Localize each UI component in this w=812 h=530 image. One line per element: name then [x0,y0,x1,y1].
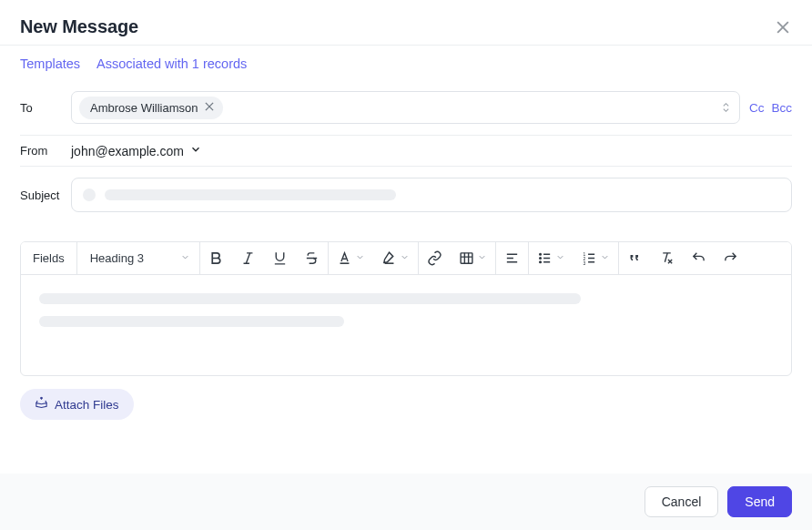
from-label: From [20,144,71,158]
strikethrough-icon[interactable] [296,242,328,274]
editor-body[interactable] [21,275,791,375]
modal-title: New Message [20,16,138,37]
skeleton-line [39,293,581,304]
cancel-button[interactable]: Cancel [645,486,719,517]
attach-icon [35,396,48,413]
skeleton-text [105,189,396,200]
toolbar-heading-dropdown[interactable]: Heading 3 [77,242,200,274]
modal-header: New Message [0,0,812,45]
rich-text-editor: Fields Heading 3 [20,241,792,376]
chevron-down-icon [477,251,487,265]
quote-icon[interactable] [619,242,651,274]
attach-files-button[interactable]: Attach Files [20,389,134,420]
svg-text:1: 1 [583,252,585,257]
chevron-down-icon [180,251,190,265]
svg-line-6 [246,253,249,263]
cc-link[interactable]: Cc [749,101,765,115]
templates-link[interactable]: Templates [20,56,80,71]
chip-remove-icon[interactable] [203,100,216,116]
italic-icon[interactable] [232,242,264,274]
svg-point-21 [539,261,541,263]
attach-label: Attach Files [55,398,119,412]
svg-text:2: 2 [583,257,585,261]
close-icon[interactable] [774,18,792,36]
align-icon[interactable] [496,242,528,274]
to-combobox[interactable]: Ambrose Williamson [71,91,740,124]
chevron-down-icon [600,251,610,265]
ordered-list-icon[interactable]: 123 [573,242,618,274]
svg-rect-10 [340,262,349,263]
chevron-down-icon [189,143,202,158]
bold-icon[interactable] [200,242,232,274]
underline-icon[interactable] [264,242,296,274]
svg-point-19 [539,253,541,255]
chevron-down-icon [355,251,365,265]
svg-point-20 [539,258,541,260]
from-dropdown[interactable]: john@example.com [71,143,202,158]
chevron-down-icon [555,251,565,265]
text-color-icon[interactable] [329,242,373,274]
chevron-down-icon [400,251,410,265]
subject-label: Subject [20,189,71,202]
associated-link[interactable]: Associated with 1 records [96,56,247,71]
bcc-link[interactable]: Bcc [771,101,792,115]
recipient-chip-label: Ambrose Williamson [90,101,198,115]
subject-row: Subject [0,167,812,223]
skeleton-line [39,316,344,327]
subject-input[interactable] [71,178,792,212]
editor-toolbar: Fields Heading 3 [21,242,791,275]
from-value: john@example.com [71,144,184,158]
bullet-list-icon[interactable] [529,242,573,274]
redo-icon[interactable] [715,242,746,274]
highlight-icon[interactable] [373,242,418,274]
toolbar-fields-button[interactable]: Fields [21,242,77,274]
from-row: From john@example.com [0,136,812,166]
skeleton-avatar [83,189,96,201]
combobox-sorter-icon[interactable] [720,102,732,114]
to-label: To [20,101,71,115]
svg-rect-11 [384,262,393,263]
link-icon[interactable] [419,242,451,274]
send-button[interactable]: Send [727,486,792,517]
svg-text:3: 3 [583,261,585,266]
clear-format-icon[interactable] [651,242,683,274]
modal-footer: Cancel Send [0,474,812,530]
to-row: To Ambrose Williamson Cc Bcc [0,80,812,135]
recipient-chip: Ambrose Williamson [79,97,223,119]
svg-rect-12 [461,253,472,263]
table-icon[interactable] [451,242,495,274]
undo-icon[interactable] [683,242,715,274]
tablinks: Templates Associated with 1 records [0,46,812,80]
